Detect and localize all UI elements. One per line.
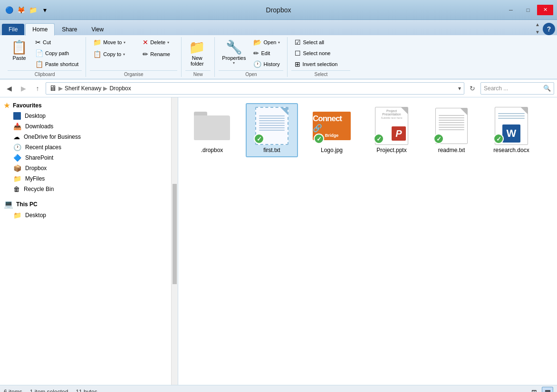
rline4 bbox=[439, 122, 464, 123]
rline7 bbox=[439, 129, 464, 130]
select-all-button[interactable]: ☑ Select all bbox=[291, 37, 341, 48]
sidebar-item-recent[interactable]: 🕐 Recent places bbox=[0, 142, 171, 153]
search-box[interactable]: Search ... 🔍 bbox=[480, 82, 554, 95]
back-button[interactable]: ◀ bbox=[3, 83, 15, 94]
sidebar: ★ Favourites Desktop 📥 Downloads ☁ OneDr… bbox=[0, 97, 178, 385]
copy-button[interactable]: ✂ Cut bbox=[32, 37, 82, 48]
select-none-icon: ☐ bbox=[295, 49, 301, 57]
file-item-readme[interactable]: ✓ readme.txt bbox=[425, 103, 478, 157]
invert-selection-button[interactable]: ⊞ Invert selection bbox=[291, 59, 341, 69]
selected-info: 1 item selected bbox=[30, 389, 68, 392]
ribbon-collapse-buttons: ▲ ▼ bbox=[532, 21, 543, 35]
file-item-logo-jpg[interactable]: Connect 🔗 Bridge ✓ Logo.jpg bbox=[306, 103, 358, 157]
address-dropdown-arrow[interactable]: ▾ bbox=[458, 85, 461, 92]
help-button[interactable]: ? bbox=[543, 23, 555, 35]
tab-file[interactable]: File bbox=[2, 24, 24, 35]
section-divider bbox=[0, 194, 171, 198]
sidebar-item-recycle[interactable]: 🗑 Recycle Bin bbox=[0, 184, 171, 194]
open-dropdown-arrow: ▾ bbox=[278, 40, 280, 45]
search-icon: 🔍 bbox=[543, 85, 551, 92]
dropbox-folder-name: .dropbox bbox=[201, 147, 223, 153]
sidebar-item-sharepoint[interactable]: 🔷 SharePoint bbox=[0, 153, 171, 163]
sidebar-item-onedrive[interactable]: ☁ OneDrive for Business bbox=[0, 132, 171, 142]
dropbox-icon: 📦 bbox=[13, 164, 21, 172]
select-label: Select bbox=[291, 70, 350, 77]
folder-icon bbox=[194, 112, 230, 140]
tab-share[interactable]: Share bbox=[55, 23, 84, 35]
title-bar-left: 🔵 🦊 📁 ▾ bbox=[4, 5, 50, 15]
history-button[interactable]: 🕐 History bbox=[250, 59, 283, 69]
pptx-name: Project.pptx bbox=[376, 147, 406, 153]
new-folder-button[interactable]: 📁 Newfolder bbox=[185, 37, 209, 69]
copy-to-button[interactable]: 📋 Copy to ▾ bbox=[90, 49, 137, 59]
dropbox-folder-icon-wrap bbox=[193, 107, 231, 145]
address-bar[interactable]: 🖥 ▶ Sherif Kenawy ▶ Dropbox ▾ bbox=[46, 82, 464, 95]
this-pc-label: This PC bbox=[16, 201, 38, 208]
list-view-button[interactable]: ⊞ bbox=[528, 387, 540, 392]
sidebar-nav: ★ Favourites Desktop 📥 Downloads ☁ OneDr… bbox=[0, 97, 171, 385]
up-button[interactable]: ↑ bbox=[31, 83, 44, 94]
close-button[interactable]: ✕ bbox=[537, 5, 553, 15]
copy-path-button[interactable]: 📄 Copy path bbox=[32, 48, 82, 58]
delete-icon: ✕ bbox=[143, 38, 148, 46]
forward-button[interactable]: ▶ bbox=[17, 83, 29, 94]
move-to-button[interactable]: 📁 Move to ▾ bbox=[90, 37, 137, 48]
file-item-research-docx[interactable]: W ✓ research.docx bbox=[485, 103, 538, 157]
logo-subtext: Bridge bbox=[325, 133, 339, 138]
refresh-button[interactable]: ↻ bbox=[466, 83, 479, 94]
ribbon-up-button[interactable]: ▲ bbox=[532, 21, 543, 28]
ribbon-group-select: ☑ Select all ☐ Select none ⊞ Invert sele… bbox=[288, 37, 354, 77]
properties-button[interactable]: 🔧 Properties ▾ bbox=[219, 37, 249, 67]
open-button[interactable]: 📂 Open ▾ bbox=[250, 37, 283, 48]
sidebar-item-desktop[interactable]: Desktop bbox=[0, 111, 171, 121]
file-item-dropbox-folder[interactable]: .dropbox bbox=[186, 103, 238, 157]
favourites-header[interactable]: ★ Favourites bbox=[0, 100, 171, 111]
star-icon: ★ bbox=[4, 102, 10, 109]
breadcrumb-sherif[interactable]: Sherif Kenawy bbox=[65, 85, 101, 92]
this-pc-header[interactable]: 💻 This PC bbox=[0, 198, 171, 210]
file-item-first-txt[interactable]: ✓ first.txt bbox=[246, 103, 298, 157]
sidebar-scrollbar[interactable] bbox=[171, 97, 178, 385]
sidebar-item-dropbox[interactable]: 📦 Dropbox bbox=[0, 163, 171, 173]
file-item-project-pptx[interactable]: Project PresentationSubtitle text here P… bbox=[365, 103, 418, 157]
ribbon-down-button[interactable]: ▼ bbox=[532, 29, 543, 35]
paste-label: Paste bbox=[12, 55, 26, 61]
ribbon-group-open: 🔧 Properties ▾ 📂 Open ▾ ✏ Edit 🕐 History bbox=[215, 37, 288, 77]
main-area: ★ Favourites Desktop 📥 Downloads ☁ OneDr… bbox=[0, 97, 557, 385]
open-icon: 📂 bbox=[253, 38, 261, 46]
sidebar-item-downloads[interactable]: 📥 Downloads bbox=[0, 121, 171, 132]
paste-button[interactable]: 📋 Paste bbox=[8, 37, 31, 63]
recent-icon: 🕐 bbox=[13, 143, 21, 151]
logo-jpg-name: Logo.jpg bbox=[321, 147, 343, 153]
breadcrumb-separator-2: ▶ bbox=[103, 85, 107, 92]
tab-view[interactable]: View bbox=[84, 23, 111, 35]
paste-shortcut-button[interactable]: 📋 Paste shortcut bbox=[32, 59, 82, 69]
copy-path-icon: 📄 bbox=[35, 49, 43, 57]
scrollbar-thumb[interactable] bbox=[173, 184, 177, 285]
docx-w-badge: W bbox=[502, 124, 520, 143]
downloads-label: Downloads bbox=[25, 123, 53, 130]
paste-shortcut-label: Paste shortcut bbox=[45, 61, 78, 67]
logo-text: Connect 🔗 bbox=[313, 114, 351, 133]
breadcrumb-dropbox[interactable]: Dropbox bbox=[109, 85, 131, 92]
paste-icon: 📋 bbox=[11, 39, 28, 55]
minimize-button[interactable]: ─ bbox=[503, 5, 519, 15]
edit-button[interactable]: ✏ Edit bbox=[250, 48, 283, 58]
delete-button[interactable]: ✕ Delete ▾ bbox=[139, 37, 177, 48]
rename-button[interactable]: ✏ Rename bbox=[139, 49, 177, 59]
favourites-label: Favourites bbox=[13, 102, 42, 109]
large-icon-view-button[interactable]: ▦ bbox=[542, 387, 553, 392]
properties-label: Properties bbox=[222, 55, 246, 61]
readme-lines bbox=[439, 115, 464, 130]
paste-shortcut-icon: 📋 bbox=[35, 60, 43, 68]
downloads-icon: 📥 bbox=[13, 123, 21, 130]
properties-dropdown-arrow: ▾ bbox=[233, 61, 235, 65]
quick-access-arrow[interactable]: ▾ bbox=[39, 5, 50, 15]
tab-home[interactable]: Home bbox=[25, 23, 55, 36]
select-none-button[interactable]: ☐ Select none bbox=[291, 48, 341, 58]
sidebar-item-pc-desktop[interactable]: 📁 Desktop bbox=[0, 210, 171, 220]
myfiles-icon: 📁 bbox=[13, 175, 21, 182]
sidebar-item-myfiles[interactable]: 📁 MyFiles bbox=[0, 173, 171, 184]
desktop-icon bbox=[13, 112, 21, 120]
maximize-button[interactable]: □ bbox=[520, 5, 536, 15]
